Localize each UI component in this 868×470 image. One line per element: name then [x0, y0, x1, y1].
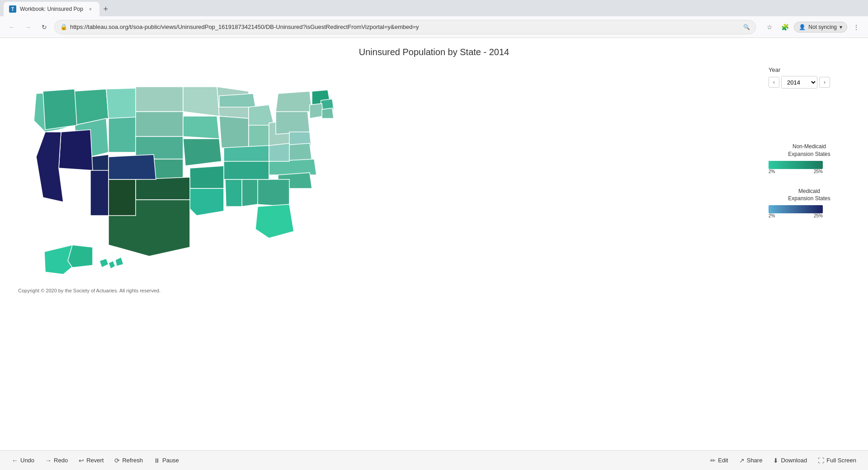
- tab-title: Workbook: Uninsured Pop: [20, 6, 83, 12]
- share-label: Share: [747, 457, 763, 464]
- pause-button[interactable]: ⏸ Pause: [149, 455, 184, 466]
- svg-marker-8: [136, 112, 183, 136]
- tab-favicon: T: [9, 5, 16, 13]
- year-filter: Year ‹ 2010 2011 2012 2013 2014 2015 201…: [769, 66, 850, 89]
- revert-label: Revert: [86, 457, 104, 464]
- svg-marker-49: [68, 245, 93, 268]
- viz-container: Uninsured Population by State - 2014: [0, 38, 868, 450]
- fullscreen-label: Full Screen: [826, 457, 856, 464]
- svg-marker-31: [255, 204, 294, 238]
- download-label: Download: [781, 457, 807, 464]
- non-medicaid-legend-title: Non-MedicaidExpansion States: [769, 143, 850, 158]
- extensions-button[interactable]: 🧩: [778, 21, 791, 33]
- svg-marker-33: [225, 179, 242, 207]
- browser-content: Uninsured Population by State - 2014: [0, 38, 868, 470]
- non-medicaid-min-label: 2%: [769, 169, 775, 174]
- viz-title: Uninsured Population by State - 2014: [18, 47, 850, 57]
- edit-button[interactable]: ✏ Edit: [706, 455, 732, 466]
- year-filter-label: Year: [769, 66, 850, 73]
- share-button[interactable]: ↗ Share: [735, 455, 767, 466]
- undo-label: Undo: [20, 457, 34, 464]
- tab-close-button[interactable]: ×: [87, 5, 94, 13]
- redo-label: Redo: [54, 457, 68, 464]
- forward-button[interactable]: →: [22, 21, 34, 33]
- download-button[interactable]: ⬇ Download: [769, 455, 811, 466]
- active-tab[interactable]: T Workbook: Uninsured Pop ×: [4, 2, 99, 16]
- svg-marker-21: [276, 91, 312, 112]
- reload-button[interactable]: ↻: [38, 21, 51, 33]
- share-icon: ↗: [739, 457, 745, 464]
- viz-body: Year ‹ 2010 2011 2012 2013 2014 2015 201…: [18, 66, 850, 281]
- svg-marker-51: [108, 261, 115, 269]
- svg-marker-32: [242, 179, 258, 207]
- back-button[interactable]: ←: [5, 21, 18, 33]
- year-dropdown[interactable]: 2010 2011 2012 2013 2014 2015 2016 2017 …: [781, 76, 817, 89]
- svg-marker-13: [183, 139, 222, 166]
- svg-marker-42: [108, 155, 156, 179]
- svg-marker-24: [310, 103, 323, 118]
- refresh-icon: ⟳: [114, 457, 120, 464]
- pause-label: Pause: [162, 457, 179, 464]
- svg-marker-11: [183, 87, 219, 116]
- copyright-text: Copyright © 2020 by the Society of Actua…: [18, 288, 850, 293]
- svg-marker-7: [136, 87, 183, 112]
- svg-marker-46: [90, 170, 108, 216]
- svg-marker-16: [219, 94, 255, 107]
- non-medicaid-max-label: 25%: [814, 169, 823, 174]
- redo-button[interactable]: → Redo: [41, 455, 72, 466]
- medicaid-legend-title: MedicaidExpansion States: [769, 188, 850, 203]
- toolbar-right: ☆ 🧩 👤 Not syncing ▾ ⋮: [763, 21, 863, 33]
- address-bar[interactable]: 🔒 https://tableau.soa.org/t/soa-public/v…: [54, 20, 756, 34]
- edit-label: Edit: [718, 457, 728, 464]
- redo-icon: →: [45, 457, 52, 464]
- svg-marker-39: [136, 177, 190, 200]
- non-medicaid-legend-bar: [769, 161, 823, 169]
- svg-marker-41: [108, 179, 136, 216]
- pause-icon: ⏸: [154, 457, 160, 464]
- undo-icon: ←: [12, 457, 18, 464]
- medicaid-legend-bar: [769, 205, 823, 213]
- sync-button[interactable]: 👤 Not syncing ▾: [794, 22, 847, 33]
- svg-marker-36: [269, 143, 289, 161]
- tab-bar: T Workbook: Uninsured Pop × +: [0, 0, 868, 16]
- toolbar-right-actions: ✏ Edit ↗ Share ⬇ Download ⛶ Full Screen: [706, 455, 861, 466]
- refresh-label: Refresh: [122, 457, 143, 464]
- bookmark-star-button[interactable]: ☆: [763, 21, 776, 33]
- undo-button[interactable]: ← Undo: [7, 455, 39, 466]
- browser-toolbar: ← → ↻ 🔒 https://tableau.soa.org/t/soa-pu…: [0, 16, 868, 38]
- legend-area: Year ‹ 2010 2011 2012 2013 2014 2015 201…: [760, 66, 850, 281]
- zoom-icon: 🔍: [743, 24, 750, 30]
- url-text: https://tableau.soa.org/t/soa-public/vie…: [70, 24, 741, 30]
- medicaid-legend-labels: 2% 25%: [769, 213, 823, 218]
- year-selector: ‹ 2010 2011 2012 2013 2014 2015 2016 201…: [769, 76, 850, 89]
- medicaid-max-label: 25%: [814, 213, 823, 218]
- svg-marker-37: [190, 166, 224, 188]
- non-medicaid-legend-labels: 2% 25%: [769, 169, 823, 174]
- year-prev-button[interactable]: ‹: [769, 77, 779, 88]
- fullscreen-icon: ⛶: [818, 457, 824, 464]
- svg-marker-44: [59, 130, 93, 170]
- fullscreen-button[interactable]: ⛶ Full Screen: [813, 455, 861, 466]
- us-choropleth-map[interactable]: [18, 66, 335, 279]
- svg-marker-30: [255, 179, 289, 207]
- edit-icon: ✏: [710, 457, 716, 464]
- map-area: [18, 66, 760, 281]
- svg-marker-50: [99, 258, 108, 268]
- svg-marker-35: [224, 146, 269, 161]
- year-next-button[interactable]: ›: [819, 77, 830, 88]
- browser-menu-button[interactable]: ⋮: [850, 21, 863, 33]
- revert-button[interactable]: ↩ Revert: [74, 455, 108, 466]
- svg-marker-47: [43, 89, 77, 130]
- svg-marker-38: [188, 188, 224, 216]
- svg-marker-20: [276, 109, 310, 134]
- sync-label: Not syncing: [808, 24, 837, 30]
- sync-chevron-icon: ▾: [840, 24, 842, 30]
- revert-icon: ↩: [79, 457, 84, 464]
- profile-icon: 👤: [799, 24, 806, 30]
- refresh-button[interactable]: ⟳ Refresh: [110, 455, 147, 466]
- medicaid-min-label: 2%: [769, 213, 775, 218]
- lock-icon: 🔒: [60, 24, 67, 30]
- svg-marker-25: [322, 108, 334, 118]
- new-tab-button[interactable]: +: [99, 3, 112, 15]
- svg-marker-15: [219, 116, 249, 150]
